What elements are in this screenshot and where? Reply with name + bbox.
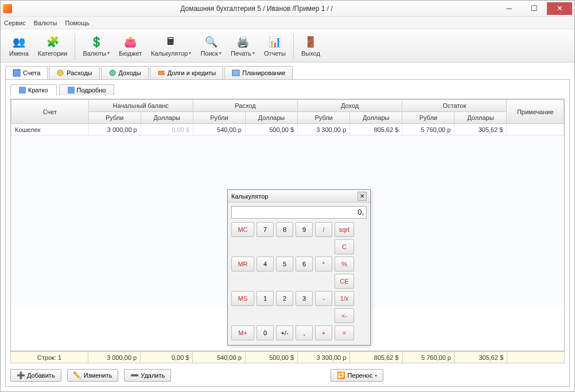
calculator-title: Калькулятор	[231, 193, 358, 200]
col-initial[interactable]: Начальный баланс	[88, 100, 193, 112]
calc-reciprocal-button[interactable]: 1/x	[335, 291, 354, 306]
tab-expenses[interactable]: Расходы	[49, 66, 99, 79]
chevron-down-icon: ▾	[219, 51, 222, 56]
window-title: Домашняя бухгалтерия 5 / Иванов /Пример …	[17, 5, 496, 13]
coins-icon	[56, 69, 64, 77]
calc-decimal-button[interactable]: ,	[296, 325, 313, 340]
calc-mr-button[interactable]: MR	[231, 257, 254, 271]
main-tabs: Счета Расходы Доходы Долги и кредиты Пла…	[5, 66, 570, 79]
delete-button[interactable]: ➖ Удалить	[124, 369, 171, 382]
col-note[interactable]: Примечание	[507, 100, 564, 124]
calc-ce-button[interactable]: CE	[335, 274, 354, 289]
svg-point-1	[57, 70, 63, 76]
toolbar-exit-button[interactable]: 🚪 Выход	[297, 33, 324, 59]
svg-rect-3	[158, 71, 164, 75]
people-icon: 👥	[12, 35, 26, 49]
calc-mplus-button[interactable]: M+	[231, 325, 254, 340]
tab-accounts[interactable]: Счета	[5, 66, 48, 79]
tab-debts[interactable]: Долги и кредиты	[150, 66, 224, 79]
col-balance[interactable]: Остаток	[402, 100, 507, 112]
calc-2-button[interactable]: 2	[276, 291, 293, 306]
print-icon: 🖨️	[236, 35, 250, 49]
col-bal-usd[interactable]: Доллары	[454, 112, 507, 124]
menu-currency[interactable]: Валюты	[34, 20, 57, 26]
totals-label: Строк: 1	[11, 352, 88, 363]
col-init-usd[interactable]: Доллары	[141, 112, 193, 124]
toolbar-budget-button[interactable]: 👛 Бюджет	[115, 33, 146, 59]
calc-sign-button[interactable]: +/-	[276, 325, 293, 340]
list-icon	[68, 87, 75, 94]
table-row[interactable]: Кошелек 3 000,00 р 0,00 $ 540,00 р 500,0…	[11, 124, 564, 135]
calc-plus-button[interactable]: +	[315, 325, 332, 340]
col-exp-usd[interactable]: Доллары	[245, 112, 297, 124]
totals-init-usd: 0,00 $	[141, 352, 193, 363]
calc-4-button[interactable]: 4	[257, 257, 274, 271]
calculator-window: Калькулятор ✕ 0, MC 7 8 9 / sqrt C MR 4 …	[227, 189, 371, 346]
calc-percent-button[interactable]: %	[335, 257, 354, 271]
money-icon	[108, 69, 116, 77]
calc-7-button[interactable]: 7	[257, 222, 274, 237]
calculator-keypad: MC 7 8 9 / sqrt C MR 4 5 6 * % CE MS 1 2…	[228, 222, 370, 345]
calc-sqrt-button[interactable]: sqrt	[335, 222, 354, 237]
menu-service[interactable]: Сервис	[4, 20, 26, 26]
calc-minus-button[interactable]: -	[315, 291, 332, 306]
calc-6-button[interactable]: 6	[296, 257, 313, 271]
calc-8-button[interactable]: 8	[276, 222, 293, 237]
totals-exp-rub: 540,00 р	[193, 352, 245, 363]
chevron-down-icon: ▾	[107, 51, 110, 56]
toolbar-calculator-button[interactable]: 🖩 Калькулятор▾	[147, 33, 195, 59]
col-init-rub[interactable]: Рубли	[88, 112, 141, 124]
col-exp-rub[interactable]: Рубли	[193, 112, 245, 124]
col-expense[interactable]: Расход	[193, 100, 297, 112]
calc-multiply-button[interactable]: *	[315, 257, 332, 271]
toolbar-separator	[293, 33, 294, 59]
toolbar-search-button[interactable]: 🔍 Поиск▾	[196, 33, 225, 59]
close-button[interactable]: ✕	[547, 2, 572, 15]
svg-rect-0	[13, 69, 20, 76]
calc-5-button[interactable]: 5	[276, 257, 293, 271]
col-income[interactable]: Доход	[298, 100, 402, 112]
calc-backspace-button[interactable]: <-	[335, 308, 354, 323]
cell-init-usd: 0,00 $	[141, 124, 193, 135]
pencil-icon: ✏️	[73, 371, 81, 379]
calculator-titlebar[interactable]: Калькулятор ✕	[228, 190, 370, 203]
subtab-brief[interactable]: Кратко	[10, 84, 57, 95]
calc-ms-button[interactable]: MS	[231, 291, 254, 306]
toolbar-categories-button[interactable]: 🧩 Категории	[34, 33, 72, 59]
calc-9-button[interactable]: 9	[296, 222, 313, 237]
titlebar: Домашняя бухгалтерия 5 / Иванов /Пример …	[1, 1, 574, 17]
calc-0-button[interactable]: 0	[257, 325, 274, 340]
add-button[interactable]: ➕ Добавить	[10, 369, 61, 382]
col-account[interactable]: Счет	[11, 100, 89, 124]
calc-mc-button[interactable]: MC	[231, 222, 254, 237]
calc-1-button[interactable]: 1	[257, 291, 274, 306]
toolbar-reports-button[interactable]: 📊 Отчеты	[260, 33, 290, 59]
toolbar-currencies-button[interactable]: 💲 Валюты▾	[79, 33, 114, 59]
col-bal-rub[interactable]: Рубли	[402, 112, 454, 124]
search-icon: 🔍	[204, 35, 218, 49]
tab-incomes[interactable]: Доходы	[101, 66, 149, 79]
transfer-button[interactable]: 🔁 Перенос ▾	[331, 369, 383, 382]
calculator-close-button[interactable]: ✕	[358, 192, 367, 201]
calc-c-button[interactable]: C	[335, 239, 354, 254]
minimize-button[interactable]: ─	[496, 2, 522, 15]
chevron-down-icon: ▾	[189, 51, 191, 56]
col-inc-usd[interactable]: Доллары	[350, 112, 402, 124]
col-inc-rub[interactable]: Рубли	[298, 112, 350, 124]
subtab-detail[interactable]: Подробно	[59, 84, 115, 95]
calc-equals-button[interactable]: =	[335, 325, 354, 340]
grid-icon	[13, 69, 21, 77]
list-icon	[19, 87, 26, 94]
totals-inc-usd: 805,62 $	[350, 352, 402, 363]
toolbar-print-button[interactable]: 🖨️ Печать▾	[227, 33, 259, 59]
tab-planning[interactable]: Планирование	[224, 66, 293, 79]
calc-divide-button[interactable]: /	[315, 222, 332, 237]
maximize-button[interactable]: ☐	[522, 2, 547, 15]
menu-help[interactable]: Помощь	[65, 20, 90, 26]
edit-button[interactable]: ✏️ Изменить	[67, 369, 119, 382]
calc-3-button[interactable]: 3	[296, 291, 313, 306]
svg-rect-4	[232, 70, 239, 76]
cell-exp-usd: 500,00 $	[245, 124, 297, 135]
cell-account: Кошелек	[11, 124, 89, 135]
toolbar-names-button[interactable]: 👥 Имена	[5, 33, 33, 59]
